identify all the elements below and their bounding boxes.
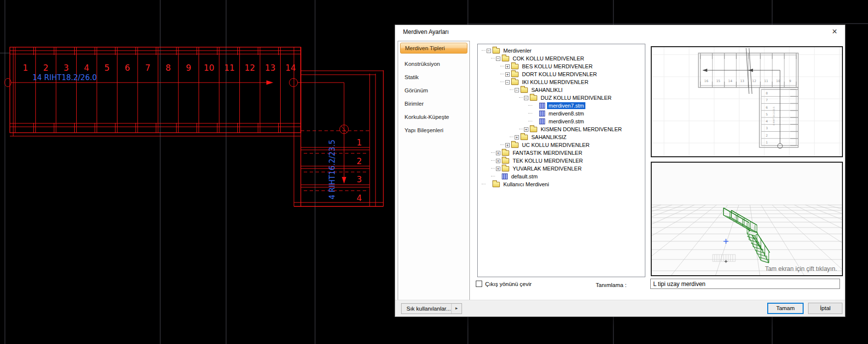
expand-icon[interactable]: +: [496, 159, 500, 163]
expand-icon[interactable]: +: [505, 143, 510, 147]
tree-item-merdiven9-stm[interactable]: merdiven9.stm: [478, 117, 645, 125]
tree-connector: [482, 184, 486, 185]
flight1-annotation: 14 RIHT18.2/26.0: [32, 73, 97, 82]
svg-text:9: 9: [186, 63, 191, 73]
tree-item-bes-kollu-merdivenler[interactable]: +BES KOLLU MERDIVENLER: [478, 62, 645, 70]
cancel-button[interactable]: İptal: [808, 303, 842, 314]
stair-type-tree[interactable]: −Merdivenler−COK KOLLU MERDIVENLER+BES K…: [477, 44, 645, 277]
tree-item-label: KISMEN DONEL MERDIVENLER: [539, 126, 623, 133]
tree-connector: [491, 168, 495, 169]
svg-text:1: 1: [357, 138, 362, 147]
sidebar-item-birimler[interactable]: Birimler: [398, 97, 469, 111]
tree-connector: [491, 152, 495, 153]
tree-item-label: merdiven7.stm: [547, 102, 585, 109]
collapse-icon[interactable]: −: [524, 96, 528, 100]
tree-item-label: IKI KOLLU MERDIVENLER: [521, 79, 590, 86]
tree-item-yuvarlak-merdivenler[interactable]: +YUVARLAK MERDIVENLER: [478, 165, 645, 172]
svg-text:3: 3: [766, 126, 768, 130]
3d-preview-panel[interactable]: Tam ekran için çift tıklayın.: [651, 162, 843, 276]
svg-text:11: 11: [224, 63, 235, 73]
folder-icon: [511, 80, 519, 85]
svg-text:4: 4: [357, 193, 362, 203]
collapse-icon[interactable]: −: [496, 57, 500, 61]
svg-text:14: 14: [728, 79, 732, 83]
folder-icon: [502, 56, 509, 61]
tree-item-cok-kollu-merdivenler[interactable]: −COK KOLLU MERDIVENLER: [478, 55, 645, 62]
dialog-merdiven-ayarlari: Merdiven Ayarları × Merdiven TipleriKons…: [395, 25, 845, 317]
flip-exit-checkbox[interactable]: [476, 281, 482, 287]
tree-connector: [491, 58, 495, 59]
expand-icon[interactable]: +: [496, 151, 500, 155]
collapse-icon[interactable]: −: [505, 80, 510, 85]
expand-icon[interactable]: +: [515, 135, 519, 140]
folder-icon: [502, 166, 509, 172]
tree-item-duz-kollu-merdivenler[interactable]: −DUZ KOLLU MERDIVENLER: [478, 94, 645, 102]
expand-icon[interactable]: +: [496, 167, 500, 171]
tree-item-label: SAHANLIKSIZ: [530, 134, 568, 141]
stair-file-icon: [502, 173, 508, 179]
plan-footprint-ghost: [713, 255, 735, 261]
sidebar-item-statik[interactable]: Statik: [398, 71, 469, 84]
perspective-grid: [652, 205, 842, 275]
sidebar-item-korkuluk-k-pe-te[interactable]: Korkuluk-Küpeşte: [398, 111, 469, 124]
tree-item-kullan-c-merdiveni[interactable]: Kullanıcı Merdiveni: [478, 180, 645, 188]
close-icon[interactable]: ×: [829, 26, 840, 37]
tree-item-label: DUZ KOLLU MERDIVENLER: [539, 94, 613, 101]
tree-item-default-stm[interactable]: default.stm: [478, 172, 645, 180]
tree-item-label: merdiven8.stm: [547, 110, 585, 117]
folder-icon: [521, 135, 528, 140]
collapse-icon[interactable]: −: [515, 88, 519, 92]
collapse-icon[interactable]: −: [487, 49, 491, 53]
fullscreen-hint: Tam ekran için çift tıklayın.: [765, 265, 837, 272]
svg-text:16: 16: [704, 79, 708, 83]
tree-connector: [500, 66, 504, 67]
folder-icon: [502, 150, 509, 156]
folder-icon: [511, 64, 519, 69]
tree-item-sahanliksiz[interactable]: +SAHANLIKSIZ: [478, 133, 645, 141]
plan-preview-panel[interactable]: 161514131211109 87654321 8 RIHT 16.2/23.…: [651, 46, 843, 157]
stair-file-icon: [539, 111, 545, 116]
svg-text:12: 12: [752, 79, 756, 83]
tree-connector: [510, 137, 514, 138]
tree-item-dort-kollu-merdivenler[interactable]: +DORT KOLLU MERDIVENLER: [478, 70, 645, 78]
svg-text:9: 9: [789, 79, 791, 83]
description-label: Tanımlama :: [596, 282, 627, 288]
tree-item-merdiven8-stm[interactable]: merdiven8.stm: [478, 110, 645, 117]
tree-item-sahanlikli[interactable]: −SAHANLIKLI: [478, 86, 645, 94]
tree-item-label: BES KOLLU MERDIVENLER: [521, 63, 594, 70]
dialog-titlebar[interactable]: Merdiven Ayarları ×: [395, 25, 845, 39]
sidebar-item-g-r-n-m[interactable]: Görünüm: [398, 84, 469, 97]
expand-icon[interactable]: +: [505, 72, 510, 77]
svg-text:8: 8: [166, 63, 171, 73]
tree-item-merdiven7-stm[interactable]: merdiven7.stm: [478, 102, 645, 110]
svg-text:3: 3: [357, 174, 362, 184]
sidebar-item-merdiven-tipleri[interactable]: Merdiven Tipleri: [400, 43, 467, 54]
tree-item-label: YUVARLAK MERDIVENLER: [511, 165, 583, 172]
svg-text:5: 5: [766, 113, 768, 116]
tree-connector: [510, 89, 514, 90]
sidebar-item-konstr-ksiyon[interactable]: Konstrüksiyon: [398, 57, 469, 71]
tree-item-uc-kollu-merdivenler[interactable]: +UC KOLLU MERDIVENLER: [478, 141, 645, 149]
tree-connector: [491, 176, 495, 177]
tree-item-iki-kollu-merdivenler[interactable]: −IKI KOLLU MERDIVENLER: [478, 78, 645, 86]
tree-item-kismen-donel-merdivenler[interactable]: +KISMEN DONEL MERDIVENLER: [478, 125, 645, 133]
tree-item-label: DORT KOLLU MERDIVENLER: [521, 71, 598, 78]
settings-nav: Merdiven TipleriKonstrüksiyonStatikGörün…: [398, 41, 470, 301]
tree-item-merdivenler[interactable]: −Merdivenler: [478, 47, 645, 55]
tree-item-tek-kollu-merdivenler[interactable]: +TEK KOLLU MERDIVENLER: [478, 157, 645, 165]
favorites-button[interactable]: Sık kullanılanlar... ►: [401, 303, 462, 314]
description-input[interactable]: [650, 279, 840, 289]
stair-flight-2: 1234 4 RIHT16.2/23.5: [294, 47, 383, 206]
plan-preview-svg: 161514131211109 87654321 8 RIHT 16.2/23.…: [652, 47, 842, 156]
tree-item-fantastik-merdivenler[interactable]: +FANTASTIK MERDIVENLER: [478, 149, 645, 157]
svg-text:4: 4: [84, 63, 89, 73]
expand-icon[interactable]: +: [524, 127, 528, 132]
tree-item-label: Merdivenler: [502, 47, 533, 54]
tree-connector: [482, 50, 486, 51]
expand-icon[interactable]: +: [505, 64, 510, 69]
folder-icon: [530, 127, 537, 132]
ok-button[interactable]: Tamam: [767, 303, 804, 314]
sidebar-item-yap-bile-enleri[interactable]: Yapı Bileşenleri: [398, 124, 469, 137]
svg-text:15: 15: [716, 79, 720, 83]
tree-item-label: COK KOLLU MERDIVENLER: [511, 55, 585, 62]
